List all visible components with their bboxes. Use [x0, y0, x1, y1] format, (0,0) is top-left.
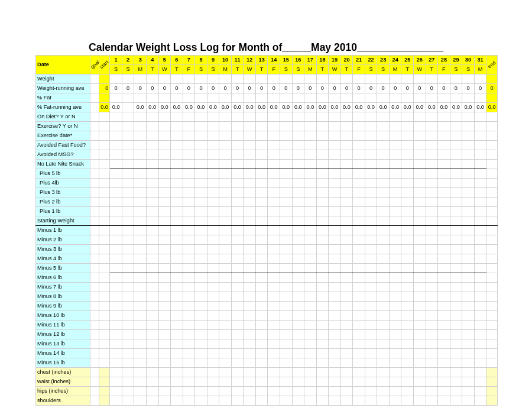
day-num: 30: [462, 56, 475, 65]
day-num: 25: [401, 56, 414, 65]
weekday: W: [329, 65, 341, 75]
row-label: chest (inches): [36, 368, 90, 377]
row-label: Minus 8 lb: [36, 292, 90, 302]
day-num: 15: [280, 56, 293, 65]
weekday: T: [171, 65, 183, 75]
row-label: Plus 2 lb: [36, 198, 90, 207]
row-label: Minus 13 lb: [36, 339, 90, 349]
day-num: 17: [304, 56, 317, 65]
row-weight-running-ave: Weight-running ave 0 0000000000000000000…: [36, 84, 498, 93]
row-plus-2: Plus 2 lb: [36, 198, 498, 207]
weekday: S: [462, 65, 475, 75]
end-val: 0.0: [486, 103, 498, 112]
start-val: 0: [99, 84, 109, 93]
day-num: 1: [110, 56, 122, 65]
day-num: 2: [122, 56, 134, 65]
row-minus-2: Minus 2 lb: [36, 235, 498, 245]
row-label: Plus 5 lb: [36, 169, 90, 179]
row-label: waist (inches): [36, 377, 90, 387]
weekday: S: [450, 65, 462, 75]
row-label: Plus 3 lb: [36, 188, 90, 198]
weekday: T: [231, 65, 244, 75]
weekday: F: [438, 65, 450, 75]
header-start: start: [99, 56, 109, 75]
row-label: Exercise? Y or N: [36, 122, 90, 131]
day-num: 5: [158, 56, 171, 65]
weekday: M: [474, 65, 486, 75]
day-num: 26: [414, 56, 426, 65]
day-num: 6: [171, 56, 183, 65]
row-label: Minus 10 lb: [36, 311, 90, 321]
end-val: 0: [486, 84, 498, 93]
row-label: Starting Weight: [36, 216, 90, 226]
row-label: Minus 12 lb: [36, 330, 90, 339]
row-minus-15: Minus 15 lb: [36, 358, 498, 368]
weekday: W: [158, 65, 171, 75]
day-num: 14: [268, 56, 280, 65]
weekday: F: [353, 65, 365, 75]
row-label: Avoided MSG?: [36, 150, 90, 160]
row-pct-fat-running-ave: % Fat-running ave 0.0 0.00.00.00.00.00.0…: [36, 103, 498, 112]
row-label: Minus 14 lb: [36, 349, 90, 358]
weekday: S: [207, 65, 219, 75]
row-label: Minus 4 lb: [36, 254, 90, 264]
weekday: T: [316, 65, 329, 75]
weekday: S: [377, 65, 390, 75]
row-minus-3: Minus 3 lb: [36, 245, 498, 254]
start-val: 0.0: [99, 103, 109, 112]
day-num: 21: [353, 56, 365, 65]
day-num: 31: [474, 56, 486, 65]
row-starting-weight: Starting Weight: [36, 216, 498, 226]
row-minus-10: Minus 10 lb: [36, 311, 498, 321]
row-minus-5: Minus 5 lb: [36, 264, 498, 273]
row-shoulders: shoulders: [36, 396, 498, 406]
day-num: 3: [134, 56, 147, 65]
day-num: 16: [292, 56, 304, 65]
weekday: T: [340, 65, 353, 75]
log-table: Date goal start 1 2 3 4 5 6 7 8 9 10 11 …: [35, 55, 498, 406]
page-title: Calendar Weight Loss Log for Month of___…: [35, 41, 497, 54]
weekday: F: [268, 65, 280, 75]
day-num: 7: [183, 56, 195, 65]
row-pct-fat: % Fat: [36, 93, 498, 103]
weekday: S: [365, 65, 377, 75]
row-label: Plus 4lb: [36, 179, 90, 188]
day-num: 18: [316, 56, 329, 65]
row-minus-14: Minus 14 lb: [36, 349, 498, 358]
weekday: W: [414, 65, 426, 75]
row-weight: Weight: [36, 75, 498, 84]
row-label: Minus 1 lb: [36, 226, 90, 235]
row-label: Minus 15 lb: [36, 358, 90, 368]
row-on-diet: On Diet? Y or N: [36, 112, 498, 122]
row-label: Exercise date*: [36, 131, 90, 141]
day-num: 8: [195, 56, 207, 65]
day-num: 24: [389, 56, 401, 65]
row-label: % Fat: [36, 93, 90, 103]
weekday: S: [280, 65, 293, 75]
header-date: Date: [36, 56, 90, 75]
day-num: 20: [340, 56, 353, 65]
row-label: shoulders: [36, 396, 90, 406]
day-num: 10: [219, 56, 232, 65]
weekday: S: [122, 65, 134, 75]
weekday: M: [389, 65, 401, 75]
header-goal: goal: [90, 56, 99, 75]
row-label: On Diet? Y or N: [36, 112, 90, 122]
weekday: M: [219, 65, 232, 75]
row-minus-4: Minus 4 lb: [36, 254, 498, 264]
weekday: S: [110, 65, 122, 75]
weekday: M: [134, 65, 147, 75]
row-label: Minus 5 lb: [36, 264, 90, 273]
weekday: T: [401, 65, 414, 75]
day-num: 19: [329, 56, 341, 65]
row-label: Weight: [36, 75, 90, 84]
day-num: 28: [438, 56, 450, 65]
day-num: 29: [450, 56, 462, 65]
row-no-late-snack: No Late Nite Snack: [36, 160, 498, 169]
row-label: Minus 11 lb: [36, 321, 90, 330]
row-label: % Fat-running ave: [36, 103, 90, 112]
day-num: 13: [255, 56, 268, 65]
row-avoid-msg: Avoided MSG?: [36, 150, 498, 160]
row-minus-7: Minus 7 lb: [36, 283, 498, 292]
row-minus-11: Minus 11 lb: [36, 321, 498, 330]
